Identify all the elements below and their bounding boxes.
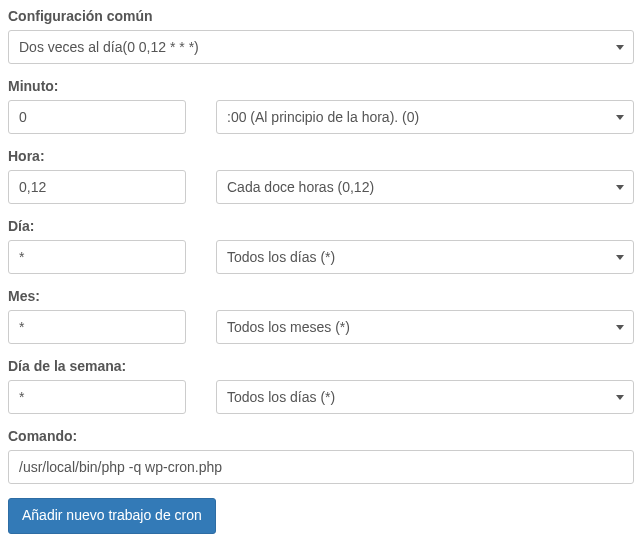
weekday-group: Día de la semana: Todos los días (*): [8, 358, 634, 414]
common-config-group: Configuración común Dos veces al día(0 0…: [8, 8, 634, 64]
hour-select[interactable]: Cada doce horas (0,12): [216, 170, 634, 204]
day-select[interactable]: Todos los días (*): [216, 240, 634, 274]
month-select[interactable]: Todos los meses (*): [216, 310, 634, 344]
weekday-select[interactable]: Todos los días (*): [216, 380, 634, 414]
minute-select[interactable]: :00 (Al principio de la hora). (0): [216, 100, 634, 134]
month-group: Mes: Todos los meses (*): [8, 288, 634, 344]
command-label: Comando:: [8, 428, 634, 444]
month-input[interactable]: [8, 310, 186, 344]
command-group: Comando:: [8, 428, 634, 484]
day-group: Día: Todos los días (*): [8, 218, 634, 274]
common-config-select[interactable]: Dos veces al día(0 0,12 * * *): [8, 30, 634, 64]
day-label: Día:: [8, 218, 634, 234]
hour-input[interactable]: [8, 170, 186, 204]
hour-group: Hora: Cada doce horas (0,12): [8, 148, 634, 204]
minute-group: Minuto: :00 (Al principio de la hora). (…: [8, 78, 634, 134]
minute-label: Minuto:: [8, 78, 634, 94]
minute-input[interactable]: [8, 100, 186, 134]
day-input[interactable]: [8, 240, 186, 274]
hour-label: Hora:: [8, 148, 634, 164]
add-cron-button[interactable]: Añadir nuevo trabajo de cron: [8, 498, 216, 534]
month-label: Mes:: [8, 288, 634, 304]
common-config-label: Configuración común: [8, 8, 634, 24]
weekday-label: Día de la semana:: [8, 358, 634, 374]
command-input[interactable]: [8, 450, 634, 484]
weekday-input[interactable]: [8, 380, 186, 414]
